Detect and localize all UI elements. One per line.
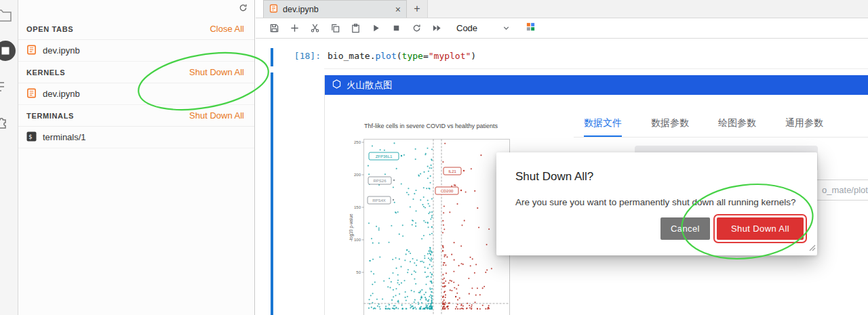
table-of-contents-icon[interactable] xyxy=(0,81,9,96)
close-all-link[interactable]: Close All xyxy=(210,24,244,34)
tab-divider xyxy=(574,137,868,138)
restart-kernel-button[interactable] xyxy=(406,19,427,38)
run-all-cells-button[interactable] xyxy=(427,19,447,38)
copy-cells-button[interactable] xyxy=(325,19,345,38)
volcano-plot: 50100150200250-log10 p-valueZFP36L1IL21R… xyxy=(348,133,514,315)
cancel-button[interactable]: Cancel xyxy=(660,217,710,240)
cell-divider xyxy=(324,68,868,69)
cell-type-value: Code xyxy=(456,23,477,33)
notebook-icon xyxy=(26,88,37,100)
widget-header: 火山散点图 xyxy=(325,75,868,95)
shutdown-all-terminals-link[interactable]: Shut Down All xyxy=(189,110,244,121)
section-header-terminals: TERMINALS Shut Down All xyxy=(18,105,254,127)
kernel-widgets-icon[interactable] xyxy=(526,22,536,35)
section-title: KERNELS xyxy=(26,68,65,77)
plot-title: Thf-like cells in severe COVID vs health… xyxy=(348,123,514,129)
svg-text:CD200: CD200 xyxy=(441,189,454,193)
extensions-icon[interactable] xyxy=(0,115,9,131)
svg-text:250: 250 xyxy=(354,140,361,144)
kernel-item[interactable]: dev.ipynb xyxy=(18,83,254,105)
terminal-item[interactable]: $ terminals/1 xyxy=(18,127,254,148)
section-header-kernels: KERNELS Shut Down All xyxy=(18,62,254,83)
notebook-toolbar: Code xyxy=(256,18,868,39)
section-header-open-tabs: OPEN TABS Close All xyxy=(18,18,254,40)
save-button[interactable] xyxy=(264,19,284,38)
section-title: OPEN TABS xyxy=(26,25,73,33)
shutdown-dialog: Shut Down All? Are you sure you want to … xyxy=(496,152,817,255)
interrupt-kernel-button[interactable] xyxy=(386,19,406,38)
widget-title: 火山散点图 xyxy=(347,79,393,91)
dialog-title: Shut Down All? xyxy=(515,170,593,184)
new-tab-button[interactable]: + xyxy=(407,0,428,18)
widget-icon xyxy=(332,79,341,91)
item-label: dev.ipynb xyxy=(43,45,80,56)
close-icon[interactable]: × xyxy=(395,5,401,14)
notebook-icon xyxy=(26,45,37,57)
widget-tab-bar: 数据文件 数据参数 绘图参数 通用参数 xyxy=(584,117,823,138)
tab-label: dev.ipynb xyxy=(283,5,319,14)
notebook-icon xyxy=(269,4,278,15)
path-input-value: o_mate/plot xyxy=(822,180,868,200)
svg-text:ZFP36L1: ZFP36L1 xyxy=(376,154,393,159)
item-label: terminals/1 xyxy=(43,132,86,142)
section-title: TERMINALS xyxy=(26,112,74,120)
add-cell-button[interactable] xyxy=(284,19,304,38)
dock-tab-bar: dev.ipynb × + xyxy=(256,0,868,18)
dialog-message: Are you sure you want to permanently shu… xyxy=(515,197,803,207)
shutdown-all-kernels-link[interactable]: Shut Down All xyxy=(189,67,244,77)
run-cell-button[interactable] xyxy=(366,19,386,38)
tab-data-file[interactable]: 数据文件 xyxy=(584,117,622,138)
activity-bar xyxy=(0,0,18,315)
tab-general-params[interactable]: 通用参数 xyxy=(785,117,823,138)
svg-text:150: 150 xyxy=(354,205,361,209)
file-browser-icon[interactable] xyxy=(0,8,12,24)
refresh-icon[interactable] xyxy=(237,1,250,16)
resize-handle-icon[interactable] xyxy=(807,242,816,254)
tab-data-params[interactable]: 数据参数 xyxy=(651,117,689,138)
item-label: dev.ipynb xyxy=(43,89,80,99)
cut-cells-button[interactable] xyxy=(304,19,325,38)
running-sessions-icon[interactable] xyxy=(0,39,17,65)
svg-text:RPS26: RPS26 xyxy=(373,179,387,183)
svg-text:-log10 p-value: -log10 p-value xyxy=(349,213,354,242)
shutdown-all-button[interactable]: Shut Down All xyxy=(717,217,804,240)
running-panel: OPEN TABS Close All dev.ipynb KERNELS Sh… xyxy=(18,0,255,315)
code-line[interactable]: bio_mate.plot(type="myplot") xyxy=(328,51,476,61)
svg-text:RPS4X: RPS4X xyxy=(372,198,386,203)
open-tab-item[interactable]: dev.ipynb xyxy=(18,40,254,62)
svg-text:$: $ xyxy=(28,133,32,140)
terminal-icon: $ xyxy=(26,131,37,144)
tab-bar-gap xyxy=(256,0,263,18)
svg-text:IL21: IL21 xyxy=(448,169,456,173)
paste-cells-button[interactable] xyxy=(345,19,366,38)
tab-plot-params[interactable]: 绘图参数 xyxy=(718,117,756,138)
cell-type-dropdown[interactable]: Code xyxy=(456,23,511,33)
execution-count: [18]: xyxy=(273,51,321,61)
svg-text:50: 50 xyxy=(356,270,361,274)
output-collapser[interactable] xyxy=(271,72,273,315)
tab-dev-ipynb[interactable]: dev.ipynb × xyxy=(263,0,407,18)
svg-text:100: 100 xyxy=(354,238,361,242)
svg-text:200: 200 xyxy=(354,173,361,177)
